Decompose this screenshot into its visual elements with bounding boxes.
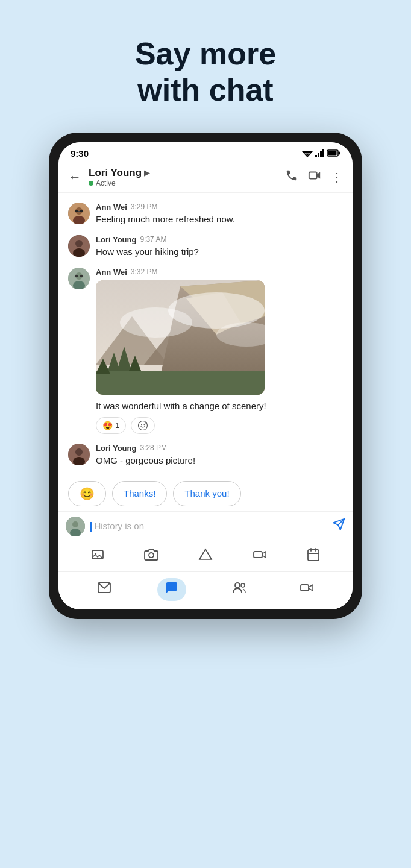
svg-rect-51 (254, 552, 262, 558)
contact-name: Lori Young ▶ (89, 167, 285, 179)
top-actions: ⋮ (285, 169, 343, 185)
video-record-button[interactable] (253, 547, 267, 565)
message-row: Lori Young 9:37 AM How was your hiking t… (68, 235, 343, 258)
svg-rect-9 (328, 151, 337, 156)
svg-rect-23 (75, 275, 78, 277)
signal-icon (315, 149, 325, 157)
contact-info: Lori Young ▶ Active (89, 167, 285, 187)
calendar-button[interactable] (306, 547, 321, 565)
message-input[interactable]: History is on (90, 520, 327, 532)
svg-rect-56 (301, 585, 309, 591)
message-2-sender: Lori Young (96, 235, 136, 244)
svg-rect-5 (320, 151, 322, 157)
meet-icon (300, 580, 314, 599)
svg-rect-10 (309, 172, 317, 179)
reaction-love-button[interactable]: 😍 1 (96, 417, 126, 434)
avatar-lori-young-1 (68, 235, 90, 257)
message-3-content: Ann Wei 3:32 PM (96, 268, 343, 434)
smart-reply-thank-you[interactable]: Thank you! (173, 481, 240, 506)
battery-icon (327, 149, 340, 157)
back-button[interactable]: ← (68, 169, 81, 185)
nav-meet[interactable] (292, 578, 321, 601)
smart-replies: 😊 Thanks! Thank you! (58, 476, 353, 511)
svg-rect-6 (322, 149, 324, 157)
svg-point-37 (120, 307, 192, 338)
reaction-emoji: 😍 (102, 421, 113, 430)
contact-arrow[interactable]: ▶ (144, 169, 149, 177)
svg-point-43 (75, 448, 83, 456)
camera-button[interactable] (144, 547, 158, 565)
svg-rect-4 (318, 153, 319, 157)
svg-point-41 (144, 424, 145, 425)
svg-point-39 (139, 421, 148, 430)
message-row: Ann Wei 3:32 PM (68, 268, 343, 434)
svg-point-54 (235, 583, 240, 588)
message-1-content: Ann Wei 3:29 PM Feeling much more refres… (96, 203, 343, 225)
reaction-count: 1 (115, 421, 119, 430)
message-1-sender: Ann Wei (96, 203, 127, 212)
top-bar: ← Lori Young ▶ Active ⋮ (58, 162, 353, 193)
svg-rect-3 (315, 155, 317, 157)
svg-point-50 (149, 553, 154, 558)
send-button[interactable] (332, 518, 345, 535)
chat-area: Ann Wei 3:29 PM Feeling much more refres… (58, 193, 353, 476)
contacts-icon (232, 580, 246, 599)
call-button[interactable] (285, 169, 298, 185)
message-3-time: 3:32 PM (131, 268, 158, 276)
message-2-text: How was your hiking trip? (96, 245, 343, 258)
phone-mockup: 9:30 (49, 133, 362, 619)
input-avatar (66, 517, 85, 536)
status-bar: 9:30 (58, 142, 353, 162)
message-3-meta: Ann Wei 3:32 PM (96, 268, 343, 277)
contact-status: Active (89, 179, 285, 187)
hero-title: Say more with chat (135, 36, 276, 108)
message-row: Ann Wei 3:29 PM Feeling much more refres… (68, 203, 343, 225)
gallery-button[interactable] (90, 547, 105, 565)
hero-section: Say more with chat (111, 0, 300, 133)
svg-rect-14 (75, 210, 78, 212)
svg-rect-15 (80, 210, 83, 212)
svg-point-55 (241, 583, 245, 587)
message-2-time: 9:37 AM (140, 235, 166, 244)
message-4-sender: Lori Young (96, 444, 136, 453)
svg-rect-8 (339, 152, 340, 155)
svg-rect-31 (96, 371, 265, 395)
message-4-meta: Lori Young 3:28 PM (96, 444, 343, 453)
video-button[interactable] (308, 169, 321, 185)
svg-rect-52 (308, 550, 319, 561)
message-2-content: Lori Young 9:37 AM How was your hiking t… (96, 235, 343, 258)
smart-reply-emoji[interactable]: 😊 (68, 481, 106, 506)
message-image[interactable] (96, 280, 265, 395)
drive-button[interactable] (198, 547, 213, 565)
more-button[interactable]: ⋮ (331, 170, 343, 184)
avatar-ann-wei (68, 203, 90, 224)
bottom-nav (58, 571, 353, 609)
nav-chat[interactable] (157, 578, 186, 601)
wifi-icon (302, 149, 313, 157)
svg-point-18 (75, 240, 83, 247)
status-time: 9:30 (71, 148, 89, 159)
mail-icon (97, 580, 111, 599)
avatar-ann-wei-2 (68, 268, 90, 289)
phone-screen: 9:30 (58, 142, 353, 609)
nav-mail[interactable] (90, 578, 119, 601)
media-toolbar (58, 541, 353, 571)
status-icons (302, 149, 340, 157)
reactions: 😍 1 (96, 417, 343, 434)
message-4-time: 3:28 PM (140, 444, 167, 452)
input-area: History is on (58, 511, 353, 541)
add-reaction-button[interactable] (131, 417, 155, 434)
smart-reply-thanks[interactable]: Thanks! (112, 481, 167, 506)
message-row: Lori Young 3:28 PM OMG - gorgeous pictur… (68, 444, 343, 467)
chat-icon (165, 580, 179, 599)
message-4-content: Lori Young 3:28 PM OMG - gorgeous pictur… (96, 444, 343, 467)
cursor (90, 522, 92, 532)
active-dot (89, 181, 93, 186)
svg-point-46 (72, 521, 78, 527)
message-1-meta: Ann Wei 3:29 PM (96, 203, 343, 212)
message-3-sender: Ann Wei (96, 268, 127, 277)
message-4-text: OMG - gorgeous picture! (96, 454, 343, 467)
nav-contacts[interactable] (225, 578, 254, 601)
message-2-meta: Lori Young 9:37 AM (96, 235, 343, 244)
message-1-time: 3:29 PM (131, 203, 158, 211)
